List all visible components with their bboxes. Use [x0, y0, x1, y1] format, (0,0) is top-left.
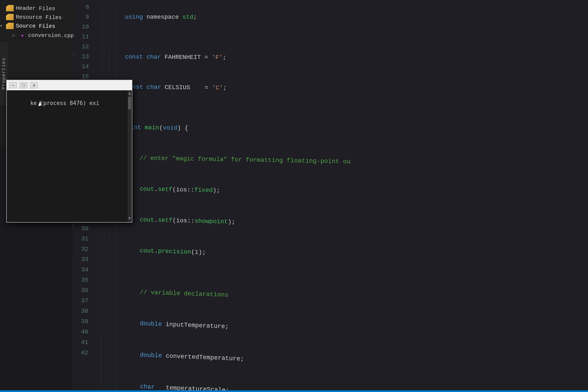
line-num: 8 [76, 2, 89, 12]
code-line-11: const char CELSIUS = 'C'; [96, 72, 588, 108]
code-editor: 8 9 10 11 12 - 13 14 15 16 17 18 19 20 2… [72, 0, 588, 392]
line-num: 41 [74, 337, 88, 348]
line-num: 37 [74, 295, 88, 306]
code-line-8: using namespace std; [96, 2, 588, 34]
line-num: 10 [76, 22, 89, 32]
line-num: 31 [75, 234, 88, 244]
tree-item-label: Header Files [16, 5, 55, 12]
line-num: - 13 [76, 52, 89, 62]
scroll-up-arrow[interactable]: ▲ [128, 91, 131, 96]
tree-item-label: conversion.cpp [28, 32, 74, 39]
code-body: 8 9 10 11 12 - 13 14 15 16 17 18 19 20 2… [72, 0, 588, 392]
close-button[interactable]: ✕ [30, 82, 38, 88]
maximize-button[interactable]: □ [20, 82, 27, 88]
folder-icon [6, 23, 14, 29]
pink-star-icon: ✦ [20, 32, 24, 39]
terminal-output: ke (process 8476) exi [10, 94, 128, 112]
line-num: 38 [74, 306, 88, 316]
terminal-body: ke (process 8476) exi ▲ ▼ [7, 90, 132, 222]
line-num: 42 [74, 347, 88, 358]
code-line-10: const char FAHRENHEIT = 'F'; [96, 42, 588, 76]
tree-item-label: Resource Files [16, 14, 62, 21]
line-num: 33 [75, 254, 88, 264]
scroll-down-arrow[interactable]: ▼ [128, 216, 131, 221]
line-num: 39 [74, 316, 88, 327]
terminal-window: — □ ✕ ke (process 8476) exi ▲ ▼ [6, 80, 132, 222]
line-num: 36 [74, 285, 88, 296]
expand-arrow [0, 14, 6, 20]
status-bar [0, 390, 588, 392]
line-num: 14 [76, 62, 89, 72]
line-num: 40 [74, 326, 88, 337]
line-num: 11 [76, 32, 89, 42]
line-num: 9 [76, 12, 89, 22]
terminal-titlebar: — □ ✕ [7, 80, 132, 90]
code-lines: using namespace std; const char FAHRENHE… [92, 2, 588, 392]
line-num: 12 [76, 42, 89, 52]
cpp-file-icon: ✦ [19, 32, 26, 39]
folder-icon [6, 14, 14, 20]
tree-item-label: Source Files [16, 23, 55, 30]
file-arrow: ▷ [12, 32, 19, 38]
line-num: 35 [74, 275, 88, 285]
expand-arrow: ▾ [0, 23, 6, 29]
scroll-thumb[interactable] [128, 97, 131, 110]
folder-icon [6, 5, 14, 11]
line-num: 32 [75, 244, 88, 254]
line-num: - 30 [75, 223, 88, 234]
expand-arrow [0, 6, 6, 11]
terminal-scrollbar[interactable]: ▲ ▼ [128, 90, 132, 222]
minimize-button[interactable]: — [9, 82, 17, 88]
line-num: 34 [74, 264, 88, 275]
